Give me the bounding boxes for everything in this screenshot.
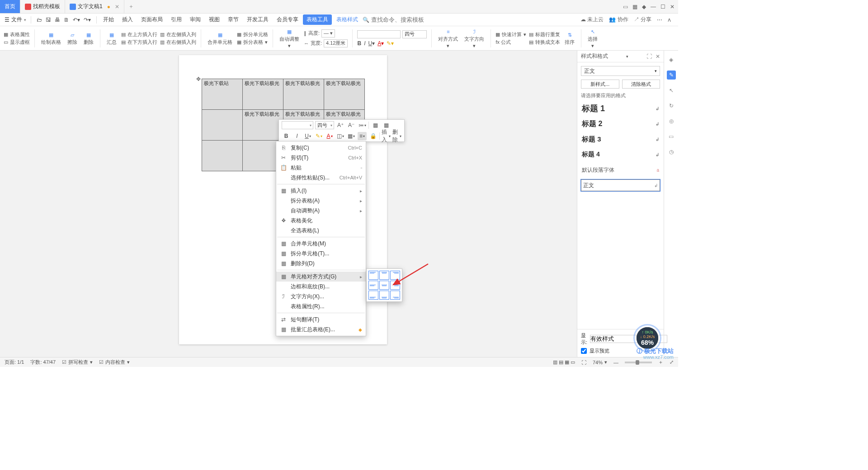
minimize-icon[interactable]: — — [651, 4, 656, 10]
zoom-in[interactable]: ＋ — [658, 359, 663, 366]
show-frame[interactable]: ▭显示虚框 — [4, 39, 30, 46]
preview-icon[interactable]: 🗎 — [64, 17, 69, 23]
mini-table-insert-icon[interactable]: ▦ — [371, 121, 380, 129]
align-bot-center[interactable] — [379, 291, 389, 300]
table-move-handle[interactable]: ✥ — [196, 76, 201, 82]
ctx-split-cell[interactable]: ▦拆分单元格(T)... — [276, 249, 366, 258]
shrink-font-icon[interactable]: A⁻ — [347, 121, 356, 129]
mini-italic[interactable]: I — [292, 132, 302, 140]
style-h4[interactable]: 标题 4↲ — [581, 149, 660, 160]
search-input[interactable] — [371, 16, 425, 23]
table-prop[interactable]: ▦表格属性 — [4, 31, 30, 38]
align-mid-right[interactable] — [390, 281, 400, 290]
menu-view[interactable]: 视图 — [205, 16, 223, 24]
menu-dev[interactable]: 开发工具 — [243, 16, 272, 24]
rail-diamond-icon[interactable]: ◈ — [667, 55, 676, 64]
word-count[interactable]: 字数: 47/47 — [30, 359, 56, 366]
bold[interactable]: B — [357, 40, 361, 47]
mini-delete[interactable]: 删除 — [392, 132, 401, 140]
width-input[interactable]: 4.12厘米 — [324, 39, 348, 47]
insert-left[interactable]: ▥在左侧插入列 — [160, 31, 196, 38]
pane-pin-icon[interactable]: ⛶ — [646, 53, 652, 60]
collapse-ribbon-icon[interactable]: ʌ — [668, 17, 671, 23]
coop-button[interactable]: 👥 协作 — [609, 16, 628, 24]
align[interactable]: ≡对齐方式▾ — [436, 28, 460, 49]
zoom-slider[interactable] — [625, 362, 652, 363]
mini-bold[interactable]: B — [282, 132, 291, 140]
share-button[interactable]: ↗ 分享 — [634, 16, 651, 24]
underline[interactable]: U▾ — [368, 40, 375, 47]
header-repeat[interactable]: ▤标题行重复 — [529, 31, 560, 38]
formula[interactable]: fx 公式 — [495, 39, 526, 46]
font-color[interactable]: A▾ — [377, 40, 384, 47]
clear-format-button[interactable]: 清除格式 — [622, 80, 660, 89]
ctx-beautify[interactable]: ❖表格美化 — [276, 216, 366, 226]
insert-right[interactable]: ▥在右侧插入列 — [160, 39, 196, 46]
ctx-paste[interactable]: 📋粘贴▫ — [276, 163, 366, 173]
align-mid-center[interactable] — [379, 281, 389, 290]
eraser[interactable]: ▱擦除 — [66, 31, 79, 45]
show-preview-check[interactable] — [581, 348, 587, 354]
mini-underline[interactable]: U — [303, 132, 312, 140]
grow-font-icon[interactable]: A⁺ — [336, 121, 345, 129]
mini-border[interactable]: ▦ — [347, 132, 356, 140]
select[interactable]: ↖选择▾ — [586, 28, 599, 49]
style-h1[interactable]: 标题 1↲ — [581, 103, 660, 114]
content-check[interactable]: ☑ 内容检查 ▾ — [99, 359, 130, 366]
zoom-out[interactable]: — — [613, 360, 618, 365]
align-top-left[interactable] — [368, 271, 378, 280]
menu-start[interactable]: 开始 — [99, 16, 118, 24]
reading-mode-icon[interactable]: ▭ — [623, 4, 628, 10]
highlight[interactable]: ✎▾ — [387, 40, 394, 47]
tab-templates[interactable]: 找稻壳模板 — [20, 0, 65, 13]
font-name[interactable] — [357, 30, 401, 38]
redo-icon[interactable]: ↷▾ — [84, 17, 91, 23]
align-bot-right[interactable] — [390, 291, 400, 300]
ctx-auto-fit[interactable]: 自动调整(A)▸ — [276, 206, 366, 216]
list-icon[interactable]: ≔ — [358, 121, 367, 129]
open-icon[interactable]: 🗁 — [37, 17, 42, 23]
mini-align[interactable]: ≡ — [358, 132, 367, 140]
menu-layout[interactable]: 页面布局 — [137, 16, 166, 24]
ctx-cut[interactable]: ✂剪切(T)Ctrl+X — [276, 153, 366, 163]
merge[interactable]: ▦合并单元格 — [206, 31, 234, 45]
ctx-cell-align[interactable]: ▦单元格对齐方式(G)▸ — [276, 272, 366, 282]
maximize-icon[interactable]: ☐ — [660, 4, 665, 10]
page-status[interactable]: 页面: 1/1 — [5, 359, 24, 366]
align-top-center[interactable] — [379, 271, 389, 280]
tab-home[interactable]: 首页 — [0, 0, 20, 13]
mini-size[interactable]: 四号 — [315, 121, 334, 129]
convert[interactable]: ▤转换成文本 — [529, 39, 560, 46]
view-modes[interactable]: ▥ ▤ ▦ ▭ — [553, 359, 575, 365]
align-mid-left[interactable] — [368, 281, 378, 290]
text-dir[interactable]: ℐ文字方向▾ — [462, 28, 486, 49]
menu-table-styles[interactable]: 表格样式 — [333, 16, 362, 24]
cloud-status[interactable]: ☁ 未上云 — [580, 16, 604, 24]
quick-calc[interactable]: ▦快速计算▾ — [495, 31, 526, 38]
ctx-merge[interactable]: ▦合并单元格(M) — [276, 239, 366, 249]
tab-doc1[interactable]: 文字文稿1●✕ — [65, 0, 124, 13]
tab-close[interactable]: ✕ — [115, 4, 119, 10]
save-icon[interactable]: 🖫 — [46, 17, 51, 23]
ctx-table-prop[interactable]: 表格属性(R)... — [276, 301, 366, 311]
more-icon[interactable]: ⋯ — [657, 17, 662, 23]
rail-select-icon[interactable]: ↖ — [667, 86, 676, 95]
menu-insert[interactable]: 插入 — [118, 16, 137, 24]
align-top-right[interactable] — [390, 271, 400, 280]
rail-book-icon[interactable]: ▭ — [667, 132, 676, 141]
new-style-button[interactable]: 新样式... — [581, 80, 619, 89]
split-cell[interactable]: ▦拆分单元格 — [237, 31, 268, 38]
sort[interactable]: ⇅排序 — [563, 31, 576, 45]
avatar-icon[interactable]: ◆ — [642, 4, 646, 10]
style-body[interactable]: 正文↲ — [581, 179, 660, 191]
insert-below[interactable]: ▤在下方插入行 — [121, 39, 157, 46]
style-default-font[interactable]: 默认段落字体a — [581, 164, 660, 176]
current-style[interactable]: 正文▾ — [581, 66, 660, 76]
delete[interactable]: ▦删除 — [82, 31, 95, 45]
ctx-translate[interactable]: ⇄短句翻译(T) — [276, 315, 366, 324]
tab-add[interactable]: ＋ — [124, 0, 138, 13]
menu-table-tools[interactable]: 表格工具 — [303, 14, 332, 25]
height-input[interactable]: — ▾ — [321, 29, 335, 38]
app-grid-icon[interactable]: ▦ — [632, 4, 637, 10]
style-h3[interactable]: 标题 3↲ — [581, 133, 660, 145]
